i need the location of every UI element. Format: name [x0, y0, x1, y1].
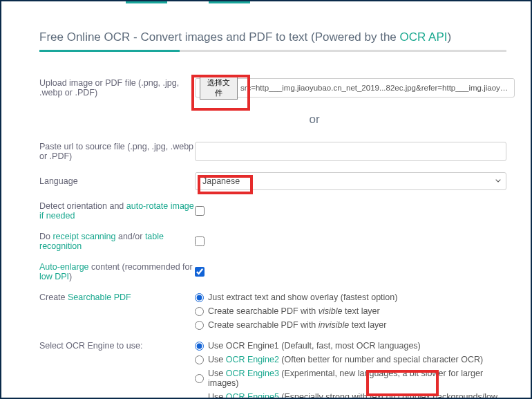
- receipt-label: Do receipt scanning and/or table recogni…: [39, 232, 195, 251]
- upload-label: Upload image or PDF file (.png, .jpg, .w…: [39, 78, 195, 98]
- opt-engine3: Use OCR Engine3 (Experimental, new langu…: [208, 369, 506, 388]
- radio-engine2[interactable]: [195, 355, 204, 364]
- enlarge-checkbox[interactable]: [195, 267, 205, 277]
- opt-engine1: Use OCR Engine1 (Default, fast, most OCR…: [208, 341, 421, 351]
- ocr-api-link[interactable]: OCR API: [400, 30, 448, 44]
- radio-engine1[interactable]: [195, 342, 204, 351]
- engine-label: Select OCR Engine to use:: [39, 341, 195, 351]
- searchable-pdf-label: Create Searchable PDF: [39, 293, 195, 302]
- file-input-container: 选择文件 src=http___img.jiaoyubao.cn_net_201…: [195, 78, 515, 98]
- title-divider: [39, 50, 506, 52]
- opt-invisible: Create searchable PDF with invisible tex…: [208, 320, 386, 330]
- url-label: Paste url to source file (.png, .jpg, .w…: [39, 142, 195, 161]
- browse-button[interactable]: 选择文件: [200, 76, 238, 100]
- auto-enlarge-link[interactable]: Auto-enlarge: [39, 262, 89, 272]
- or-separator: or: [122, 113, 506, 127]
- low-dpi-link[interactable]: low DPI: [39, 272, 69, 281]
- searchable-pdf-link[interactable]: Searchable PDF: [68, 293, 131, 302]
- opt-overlay: Just extract text and show overlay (fast…: [208, 293, 397, 302]
- url-input[interactable]: [195, 142, 506, 161]
- title-suffix: ): [448, 30, 452, 44]
- opt-engine5: Use OCR Engine5 (Especially strong with …: [208, 392, 506, 399]
- receipt-checkbox[interactable]: [195, 236, 205, 246]
- radio-overlay[interactable]: [195, 293, 204, 302]
- radio-visible[interactable]: [195, 307, 204, 316]
- file-name-display: src=http___img.jiaoyubao.cn_net_2019...8…: [240, 84, 510, 92]
- title-prefix: Free Online OCR - Convert images and PDF…: [39, 30, 400, 44]
- radio-engine3[interactable]: [195, 374, 204, 383]
- auto-rotate-label: Detect orientation and auto-rotate image…: [39, 201, 195, 221]
- opt-visible: Create searchable PDF with visible text …: [208, 306, 380, 316]
- auto-rotate-checkbox[interactable]: [195, 206, 205, 216]
- enlarge-label: Auto-enlarge content (recommended for lo…: [39, 262, 195, 281]
- page-title: Free Online OCR - Convert images and PDF…: [39, 30, 506, 44]
- language-select[interactable]: Japanese: [195, 172, 506, 190]
- language-label: Language: [39, 176, 195, 186]
- radio-invisible[interactable]: [195, 321, 204, 330]
- receipt-scanning-link[interactable]: receipt scanning: [53, 232, 115, 241]
- opt-engine2: Use OCR Engine2 (Often better for number…: [208, 355, 483, 364]
